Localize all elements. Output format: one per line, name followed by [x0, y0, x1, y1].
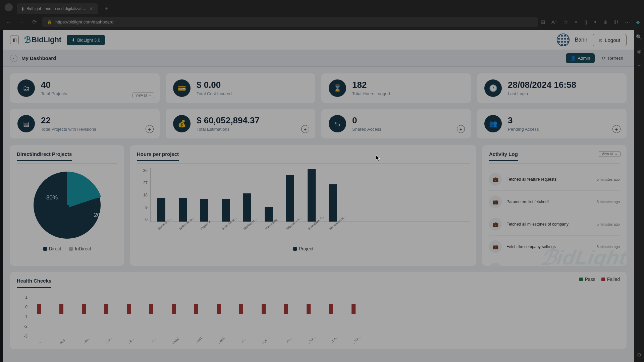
- close-icon[interactable]: ✕: [89, 6, 93, 11]
- browser-profile-avatar[interactable]: [5, 3, 13, 11]
- bar: [243, 193, 251, 222]
- logout-icon: ⎋: [599, 37, 602, 43]
- logo-text: BidLight: [32, 36, 61, 44]
- activity-item[interactable]: 💼Fetched all milestones of company!5 min…: [489, 213, 620, 236]
- folder-icon: 🗂: [17, 79, 35, 97]
- health-bar: [127, 304, 131, 314]
- add-button[interactable]: +: [146, 125, 154, 133]
- reload-icon[interactable]: ⟳: [30, 19, 39, 25]
- bar: [222, 199, 230, 222]
- chart-title: Hours per project: [137, 151, 179, 161]
- share-icon: ⇆: [329, 115, 346, 132]
- app-frame: ◧ ℬ BidLight ⬇ BidLight 3.0 Bahir ⎋ Logo…: [3, 30, 634, 362]
- bidlight-download-button[interactable]: ⬇ BidLight 3.0: [67, 35, 105, 45]
- chart-title: Activity Log: [489, 151, 518, 161]
- pie-chart: 80% 20%: [34, 172, 101, 239]
- logout-button[interactable]: ⎋ Logout: [593, 34, 627, 46]
- stat-total-projects: 🗂 40 Total Projects View all →: [10, 73, 160, 103]
- view-all-button[interactable]: View all →: [599, 151, 621, 157]
- clock-icon: 🕐: [484, 79, 502, 97]
- bar: [329, 184, 337, 222]
- search-icon[interactable]: 🔍: [636, 34, 642, 40]
- chart-title: Health Checks: [17, 278, 51, 288]
- health-bar: [262, 304, 266, 314]
- briefcase-icon: 💼: [489, 263, 502, 266]
- health-bar: [307, 304, 311, 314]
- activity-item[interactable]: 💼Fetched all feature requests!5 minutes …: [489, 168, 620, 191]
- view-all-button[interactable]: View all →: [132, 93, 154, 98]
- add-button[interactable]: +: [301, 125, 309, 133]
- refresh-button[interactable]: ⟳ Refresh: [599, 53, 627, 63]
- health-bar: [59, 304, 63, 314]
- read-aloud-icon[interactable]: A⁺: [551, 19, 557, 25]
- breadcrumb-bar: ‹ My Dashboard 👤 Admin ⟳ Refresh: [3, 50, 634, 67]
- browser-tab-bar: ▮ BidLight - end to end digitalizati… ✕ …: [0, 0, 644, 14]
- pie-chart-card: Direct/Indirect Projects 80% 20% Direct …: [10, 145, 124, 266]
- bar-legend: Project: [137, 246, 470, 251]
- bar-chart: 36 27 18 9 0 Baseball T…Welcome to…Proje…: [137, 168, 470, 235]
- forward-icon[interactable]: →: [17, 19, 26, 25]
- tab-title: BidLight - end to end digitalizati…: [26, 6, 87, 11]
- downloads-icon[interactable]: ⊕: [603, 19, 608, 25]
- more-icon[interactable]: ⋯: [625, 19, 630, 25]
- browser-address-bar: ← → ⟳ 🔒 https://bidlight.com/dashboard ⊞…: [0, 14, 644, 30]
- chart-title: Direct/Indirect Projects: [17, 151, 72, 161]
- bar: [308, 169, 316, 222]
- users-icon: 👥: [484, 115, 502, 132]
- health-legend: Pass Failed: [579, 277, 620, 282]
- app-logo[interactable]: ℬ BidLight: [24, 35, 61, 45]
- back-button[interactable]: ‹: [10, 55, 17, 62]
- browser-tab[interactable]: ▮ BidLight - end to end digitalizati… ✕: [17, 3, 98, 14]
- extension-icon[interactable]: ⊞: [541, 19, 545, 25]
- refresh-icon: ⟳: [602, 56, 606, 61]
- hourglass-icon: ⌛: [329, 79, 346, 97]
- bar: [265, 207, 273, 222]
- charts-row: Direct/Indirect Projects 80% 20% Direct …: [3, 145, 634, 266]
- admin-button[interactable]: 👤 Admin: [566, 53, 595, 63]
- tool-icon[interactable]: ◉: [637, 48, 641, 54]
- tab-favicon: ▮: [21, 6, 24, 11]
- bar: [286, 175, 294, 222]
- stats-grid: 🗂 40 Total Projects View all → 💳 $ 0.00 …: [3, 67, 634, 145]
- activity-log-card: Activity Log View all → 💼Fetched all fea…: [482, 145, 627, 266]
- new-tab-button[interactable]: ＋: [101, 2, 111, 14]
- app-header: ◧ ℬ BidLight ⬇ BidLight 3.0 Bahir ⎋ Logo…: [3, 30, 634, 50]
- browser-side-panel: 🔍 ◉ ＋ ⚙: [634, 30, 644, 362]
- copilot-icon[interactable]: ◆: [636, 19, 640, 25]
- briefcase-icon: 💼: [489, 240, 502, 253]
- collections-icon[interactable]: ✦: [593, 19, 597, 25]
- health-bar: [239, 304, 243, 314]
- wallet-icon: 💳: [173, 79, 191, 97]
- settings-icon[interactable]: ⚙: [637, 352, 641, 358]
- favorite-icon[interactable]: ☆: [564, 19, 568, 25]
- url-input[interactable]: 🔒 https://bidlight.com/dashboard: [42, 17, 538, 27]
- health-bars: [30, 295, 620, 339]
- user-avatar[interactable]: [557, 34, 570, 46]
- health-bar: [329, 304, 333, 314]
- logo-mark-icon: ℬ: [24, 35, 31, 45]
- back-icon[interactable]: ←: [4, 19, 13, 25]
- health-bar: [194, 304, 198, 314]
- stat-pending-access: 👥 3 Pending Access +: [477, 109, 627, 138]
- add-icon[interactable]: ＋: [637, 62, 642, 69]
- revisions-icon: ▤: [17, 115, 35, 132]
- activity-item[interactable]: 💼Parameters list fetched!5 minutes ago: [489, 191, 620, 213]
- health-row: Health Checks Pass Failed 1 0 -1 -2 -3 ……: [3, 266, 634, 349]
- bar: [179, 198, 187, 222]
- health-bar: [82, 304, 86, 314]
- split-icon[interactable]: ▯: [584, 19, 587, 25]
- add-button[interactable]: +: [612, 125, 621, 133]
- sidebar-toggle-button[interactable]: ◧: [10, 36, 19, 44]
- stat-total-cost: 💳 $ 0.00 Total Cost Incured: [166, 73, 315, 103]
- watermark: ℬidLight: [539, 246, 627, 266]
- page-title: My Dashboard: [21, 55, 56, 61]
- health-bar: [284, 304, 288, 314]
- sync-icon[interactable]: ⛓: [614, 19, 619, 25]
- add-button[interactable]: +: [457, 125, 465, 133]
- extension2-icon[interactable]: ✧: [574, 19, 578, 25]
- user-icon: 👤: [571, 56, 576, 61]
- health-bar: [104, 304, 108, 314]
- stat-projects-revisions: ▤ 22 Total Projects with Revisions +: [10, 109, 160, 138]
- money-icon: 💰: [173, 115, 191, 132]
- health-bar: [37, 304, 41, 314]
